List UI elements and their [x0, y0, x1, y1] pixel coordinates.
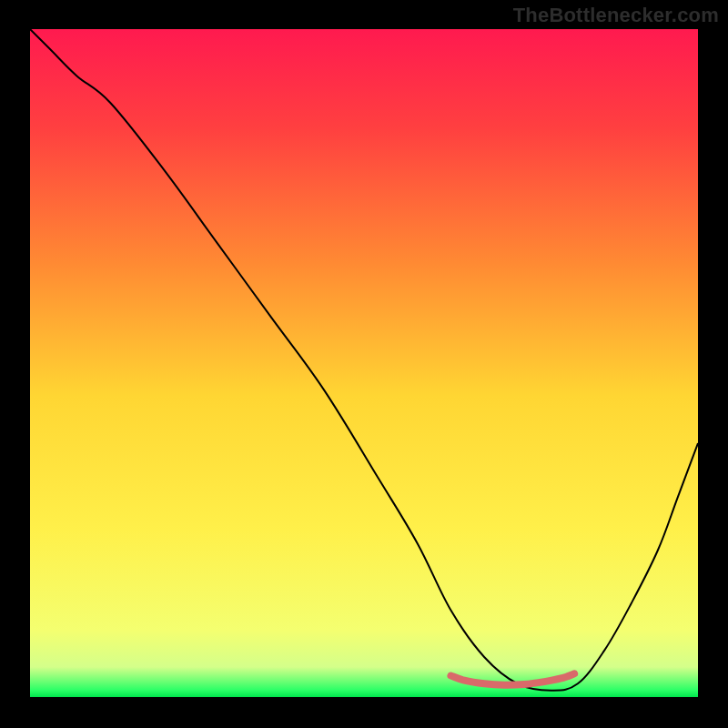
chart-svg	[30, 29, 698, 697]
gradient-rect	[30, 29, 698, 697]
watermark-text: TheBottlenecker.com	[513, 4, 719, 27]
plot-area	[30, 29, 698, 697]
chart-stage: TheBottlenecker.com	[0, 0, 728, 728]
